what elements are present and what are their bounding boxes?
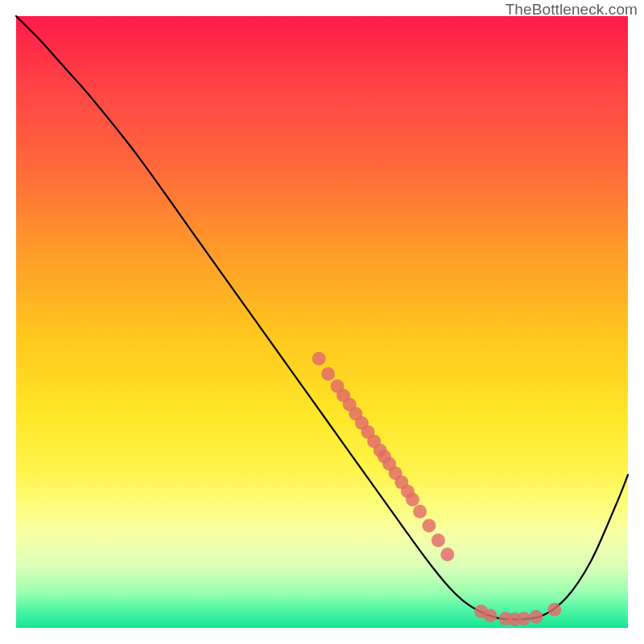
data-point — [423, 519, 436, 533]
data-point — [530, 610, 543, 624]
bottleneck-curve — [16, 16, 628, 620]
data-point — [321, 367, 335, 381]
highlighted-points-group — [312, 352, 562, 626]
plot-svg — [16, 16, 628, 628]
data-point — [517, 612, 530, 625]
frame-bottom — [0, 628, 644, 644]
data-point — [406, 493, 419, 506]
data-point — [431, 534, 445, 547]
watermark-text: TheBottleneck.com — [506, 1, 638, 19]
chart-container: TheBottleneck.com — [0, 0, 644, 644]
data-point — [413, 505, 427, 518]
data-point — [440, 547, 454, 561]
frame-left — [0, 0, 16, 644]
data-point — [547, 603, 561, 617]
data-point — [312, 352, 326, 365]
data-point — [484, 609, 497, 622]
frame-right — [628, 0, 644, 644]
